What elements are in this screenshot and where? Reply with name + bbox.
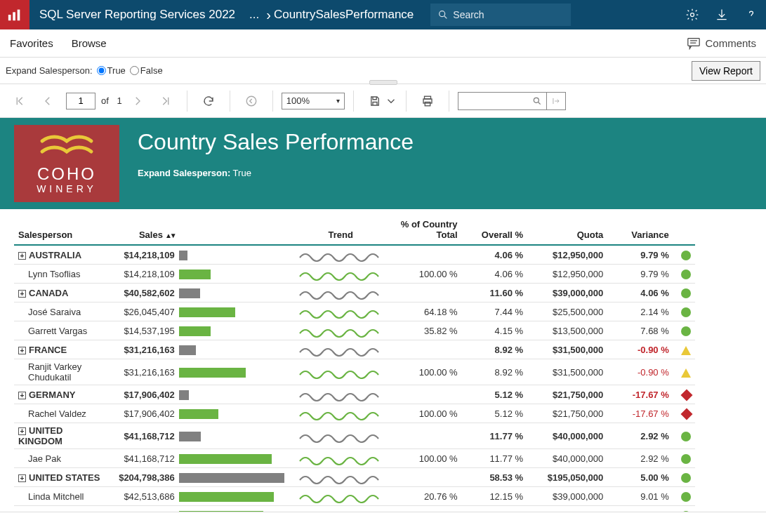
page-number-input[interactable] xyxy=(66,93,95,109)
comments-button[interactable]: Comments xyxy=(687,37,756,50)
status-bad-icon xyxy=(681,408,693,420)
nav-favorites[interactable]: Favorites xyxy=(10,37,53,49)
find-next-icon xyxy=(550,96,562,106)
expand-toggle[interactable]: + xyxy=(18,474,26,482)
cell-trend xyxy=(293,468,389,487)
cell-salesperson: Jae Pak xyxy=(14,449,109,468)
expand-toggle[interactable]: + xyxy=(18,252,26,260)
table-row: +AUSTRALIA$14,218,1094.06 %$12,950,0009.… xyxy=(14,245,695,265)
svg-rect-1 xyxy=(13,12,15,20)
settings-button[interactable] xyxy=(678,0,707,29)
find-next-button[interactable] xyxy=(547,93,565,109)
help-button[interactable] xyxy=(737,0,766,29)
nav-browse[interactable]: Browse xyxy=(72,37,107,49)
table-row: +CANADA$40,582,60211.60 %$39,000,0004.06… xyxy=(14,284,695,302)
find-box xyxy=(458,92,566,110)
cell-bar xyxy=(179,284,293,302)
prev-page-button[interactable] xyxy=(35,88,60,114)
table-row: Linda Mitchell$42,513,68620.76 %12.15 %$… xyxy=(14,487,695,506)
cell-salesperson: Michael Blythe xyxy=(14,506,109,513)
expand-toggle[interactable]: + xyxy=(18,347,26,354)
col-variance[interactable]: Variance xyxy=(607,215,673,245)
expand-toggle[interactable]: + xyxy=(18,290,26,298)
breadcrumb-ellipsis[interactable]: ... xyxy=(245,8,263,22)
breadcrumb-current[interactable]: CountrySalesPerformance xyxy=(274,8,414,22)
cell-salesperson: Ranjit Varkey Chudukatil xyxy=(14,359,109,385)
cell-pct-country xyxy=(389,468,462,487)
sales-table: Salesperson Sales▲▼ Trend % of Country T… xyxy=(14,215,695,512)
cell-salesperson: +CANADA xyxy=(14,284,109,302)
next-page-button[interactable] xyxy=(125,88,150,114)
cell-indicator xyxy=(673,449,695,468)
save-button[interactable] xyxy=(362,88,388,114)
data-bar xyxy=(179,368,246,378)
col-pct-country[interactable]: % of Country Total xyxy=(389,215,462,245)
cell-bar xyxy=(179,321,293,340)
chevron-left-icon xyxy=(41,95,54,107)
cell-variance: -17.67 % xyxy=(607,404,673,423)
view-report-button[interactable]: View Report xyxy=(692,61,760,81)
col-trend[interactable]: Trend xyxy=(293,215,389,245)
toolbar-gripper[interactable] xyxy=(369,80,397,85)
report-body[interactable]: COHO WINERY Country Sales Performance Ex… xyxy=(0,118,766,512)
ssrs-logo-icon[interactable] xyxy=(0,0,29,29)
expand-toggle[interactable]: + xyxy=(18,427,26,435)
param-false-radio[interactable]: False xyxy=(130,65,163,76)
refresh-button[interactable] xyxy=(196,88,221,114)
back-button[interactable] xyxy=(239,88,264,114)
status-warn-icon xyxy=(681,346,691,355)
table-row: Lynn Tsoflias$14,218,109100.00 %4.06 %$1… xyxy=(14,265,695,284)
comments-icon xyxy=(687,37,701,50)
svg-rect-2 xyxy=(18,10,20,21)
table-row: José Saraiva$26,045,40764.18 %7.44 %$25,… xyxy=(14,302,695,321)
cell-pct-country: 100.00 % xyxy=(389,404,462,423)
report-title: Country Sales Performance xyxy=(138,129,414,155)
cell-bar xyxy=(179,302,293,321)
status-ok-icon xyxy=(681,251,691,260)
sparkline-icon xyxy=(298,248,383,262)
table-row: Garrett Vargas$14,537,19535.82 %4.15 %$1… xyxy=(14,321,695,340)
cell-variance: 9.79 % xyxy=(607,265,673,284)
data-bar xyxy=(179,454,272,464)
search-input[interactable] xyxy=(453,9,551,20)
data-bar xyxy=(179,492,274,502)
status-ok-icon xyxy=(681,326,691,336)
breadcrumb-separator: › xyxy=(263,7,274,23)
last-page-button[interactable] xyxy=(153,88,178,114)
zoom-select[interactable]: 100% xyxy=(282,93,345,109)
cell-variance: 63.62 % xyxy=(607,506,673,513)
col-salesperson[interactable]: Salesperson xyxy=(14,215,109,245)
cell-salesperson: +UNITED STATES xyxy=(14,468,109,487)
cell-variance: 9.79 % xyxy=(607,245,673,265)
find-button[interactable] xyxy=(529,93,547,109)
first-page-button[interactable] xyxy=(7,88,32,114)
page-total: 1 xyxy=(117,95,121,106)
cell-quota: $31,500,000 xyxy=(527,359,607,385)
cell-bar xyxy=(179,423,293,449)
print-button[interactable] xyxy=(415,88,440,114)
status-ok-icon xyxy=(681,454,691,464)
brand-title[interactable]: SQL Server Reporting Services 2022 xyxy=(29,8,245,22)
sort-icon: ▲▼ xyxy=(165,232,175,239)
separator xyxy=(353,91,354,112)
status-warn-icon xyxy=(681,368,691,378)
cell-indicator xyxy=(673,468,695,487)
col-sales[interactable]: Sales▲▼ xyxy=(109,215,179,245)
col-overall[interactable]: Overall % xyxy=(462,215,527,245)
find-input[interactable] xyxy=(458,95,529,106)
cell-quota: $21,750,000 xyxy=(527,404,607,423)
col-quota[interactable]: Quota xyxy=(527,215,607,245)
search-box[interactable] xyxy=(430,4,571,26)
data-bar xyxy=(179,288,200,298)
param-true-radio[interactable]: True xyxy=(97,65,126,76)
cell-sales: $17,906,402 xyxy=(109,385,179,404)
cell-sales: $26,045,407 xyxy=(109,302,179,321)
cell-bar xyxy=(179,245,293,265)
expand-toggle[interactable]: + xyxy=(18,392,26,399)
save-dropdown[interactable] xyxy=(385,88,397,114)
cell-overall: 58.53 % xyxy=(462,468,527,487)
search-icon xyxy=(437,9,449,20)
download-button[interactable] xyxy=(707,0,737,29)
cell-salesperson: +FRANCE xyxy=(14,340,109,359)
sparkline-icon xyxy=(298,508,383,512)
